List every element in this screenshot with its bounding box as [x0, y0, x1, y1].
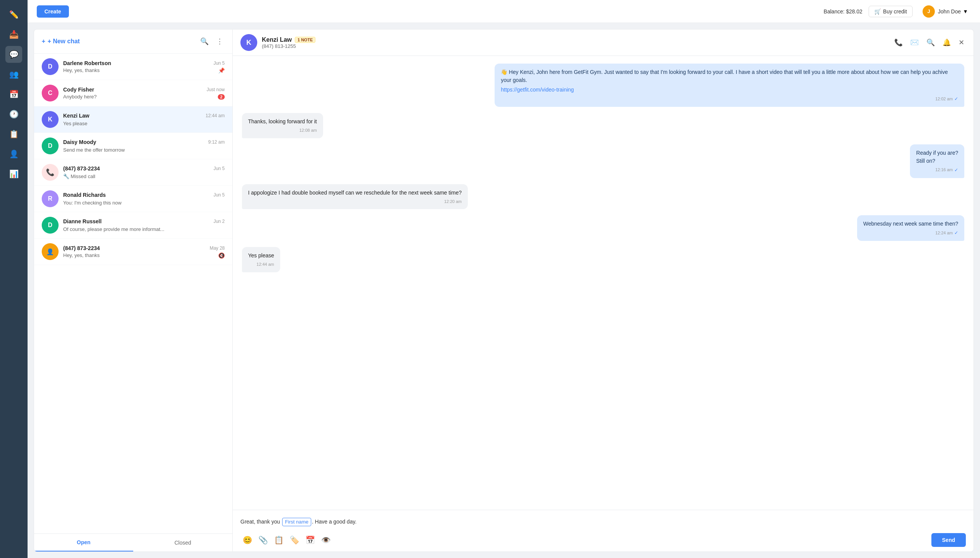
chat-item-kenzi[interactable]: K Kenzi Law 12:44 am Yes please — [34, 107, 232, 133]
chat-time: 9:12 am — [208, 140, 225, 145]
chat-item-phone1[interactable]: 📞 (847) 873-2234 Jun 5 🔧 Missed call — [34, 159, 232, 186]
nav-icon-analytics[interactable]: 📊 — [5, 166, 22, 182]
chat-info-phone2: (847) 873-2234 May 28 Hey, yes, thanks 🔇 — [63, 245, 225, 259]
pin-icon: 📌 — [218, 67, 225, 74]
schedule-button[interactable]: 📅 — [303, 533, 317, 547]
chat-item-cody[interactable]: C Cody Fisher Just now Anybody here? 2 — [34, 80, 232, 107]
cart-icon: 🛒 — [874, 8, 881, 15]
search-conv-button[interactable]: 🔍 — [925, 37, 936, 48]
avatar-ronald: R — [42, 190, 59, 207]
check-icon: ✓ — [954, 95, 958, 102]
app-content: + + New chat 🔍 ⋮ D Darlene Robertson Ju — [28, 23, 980, 558]
message-bubble: I appologize I had double booked myself … — [242, 184, 468, 210]
chat-time: Jun 5 — [214, 61, 225, 66]
avatar-darlene: D — [42, 58, 59, 75]
message-bubble: Webnesday next week same time then? 12:2… — [857, 215, 964, 241]
view-button[interactable]: 👁️ — [319, 533, 333, 547]
conversation-title: Kenzi Law 1 NOTE (847) 813-1255 — [262, 36, 888, 49]
nav-icon-tasks[interactable]: 📋 — [5, 126, 22, 143]
plus-icon: + — [42, 38, 45, 45]
note-badge[interactable]: 1 NOTE — [295, 37, 316, 43]
compose-suffix: . Have a good day. — [312, 519, 357, 525]
tab-open[interactable]: Open — [34, 534, 133, 551]
chat-panel: + + New chat 🔍 ⋮ D Darlene Robertson Ju — [34, 29, 233, 552]
nav-icon-contacts[interactable]: 👥 — [5, 66, 22, 83]
chat-item-daisy[interactable]: D Daisy Moody 9:12 am Send me the offer … — [34, 133, 232, 159]
tab-closed[interactable]: Closed — [133, 534, 232, 551]
mute-icon: 🔇 — [218, 253, 225, 259]
chat-preview: Of course, please provide me more inform… — [63, 226, 164, 232]
message-time: 12:24 am ✓ — [863, 230, 958, 236]
chat-item-darlene[interactable]: D Darlene Robertson Jun 5 Hey, yes, than… — [34, 54, 232, 80]
attachment-button[interactable]: 📎 — [256, 533, 270, 547]
message-bubble: Thanks, looking forward for it 12:08 am — [242, 113, 323, 138]
compose-toolbar: 😊 📎 📋 🏷️ 📅 👁️ Send — [241, 533, 966, 547]
close-conv-button[interactable]: ✕ — [957, 37, 966, 48]
chat-info-dianne: Dianne Russell Jun 2 Of course, please p… — [63, 218, 225, 233]
nav-icon-calendar[interactable]: 📅 — [5, 86, 22, 103]
message-bubble: Yes please 12:44 am — [242, 247, 280, 272]
email-button[interactable]: ✉️ — [909, 37, 920, 48]
avatar-cody: C — [42, 85, 59, 102]
chat-list-actions: 🔍 ⋮ — [199, 36, 225, 47]
compose-text[interactable]: Great, thank you First name. Have a good… — [241, 515, 966, 530]
chevron-down-icon: ▾ — [964, 8, 967, 15]
tag-button[interactable]: 🏷️ — [288, 533, 302, 547]
chat-name: (847) 873-2234 — [63, 166, 100, 172]
phone-call-button[interactable]: 📞 — [893, 37, 904, 48]
nav-icon-chat[interactable]: 💬 — [5, 46, 22, 63]
message-text: Ready if you are?Still on? — [916, 149, 958, 165]
conversation-phone: (847) 813-1255 — [262, 43, 888, 49]
first-name-tag[interactable]: First name — [282, 518, 311, 526]
buy-credit-button[interactable]: 🛒 Buy credit — [869, 6, 913, 17]
user-avatar: J — [923, 5, 935, 18]
chat-time: Jun 5 — [214, 166, 225, 171]
nav-icon-team[interactable]: 👤 — [5, 146, 22, 162]
chat-time: Just now — [207, 87, 225, 92]
chat-item-dianne[interactable]: D Dianne Russell Jun 2 Of course, please… — [34, 212, 232, 239]
compose-area: Great, thank you First name. Have a good… — [233, 510, 973, 551]
conversation-name: Kenzi Law 1 NOTE — [262, 36, 888, 43]
nav-icon-history[interactable]: 🕐 — [5, 106, 22, 123]
chat-name: Cody Fisher — [63, 87, 94, 93]
nav-icon-inbox[interactable]: 📥 — [5, 26, 22, 43]
message-time: 12:44 am — [248, 261, 274, 268]
chat-time: May 28 — [210, 246, 225, 251]
avatar-dianne: D — [42, 217, 59, 234]
message-row: Ready if you are?Still on? 12:16 am ✓ — [242, 144, 964, 178]
message-text: 👋 Hey Kenzi, John here from GetFit Gym. … — [501, 68, 958, 84]
mute-conv-button[interactable]: 🔔 — [941, 37, 952, 48]
new-chat-button[interactable]: + + New chat — [42, 38, 199, 45]
chat-name: Daisy Moody — [63, 139, 96, 145]
user-menu[interactable]: J John Doe ▾ — [919, 3, 971, 20]
chat-info-phone1: (847) 873-2234 Jun 5 🔧 Missed call — [63, 166, 225, 180]
chat-preview: Send me the offer tomorrow — [63, 147, 125, 153]
avatar-kenzi: K — [42, 111, 59, 128]
message-time: 12:08 am — [248, 127, 317, 134]
chat-preview: Hey, yes, thanks — [63, 67, 100, 73]
template-button[interactable]: 📋 — [272, 533, 286, 547]
check-icon: ✓ — [954, 167, 958, 174]
message-link[interactable]: https://getfit.com/video-training — [501, 87, 574, 93]
chat-list: D Darlene Robertson Jun 5 Hey, yes, than… — [34, 54, 232, 533]
chat-info-ronald: Ronald Richards Jun 5 You: I'm checking … — [63, 192, 225, 206]
avatar-daisy: D — [42, 138, 59, 154]
message-row: I appologize I had double booked myself … — [242, 184, 964, 210]
chat-info-darlene: Darlene Robertson Jun 5 Hey, yes, thanks… — [63, 60, 225, 74]
chat-item-ronald[interactable]: R Ronald Richards Jun 5 You: I'm checkin… — [34, 186, 232, 212]
message-time: 12:02 am ✓ — [501, 95, 958, 102]
avatar-phone2: 👤 — [42, 243, 59, 260]
more-options-button[interactable]: ⋮ — [215, 36, 225, 47]
chat-preview: You: I'm checking this now — [63, 200, 121, 206]
send-button[interactable]: Send — [931, 533, 966, 547]
message-row: Thanks, looking forward for it 12:08 am — [242, 113, 964, 138]
search-button[interactable]: 🔍 — [199, 36, 210, 47]
emoji-button[interactable]: 😊 — [241, 533, 255, 547]
create-button[interactable]: Create — [37, 5, 69, 18]
chat-item-phone2[interactable]: 👤 (847) 873-2234 May 28 Hey, yes, thanks… — [34, 239, 232, 265]
chat-name: Ronald Richards — [63, 192, 106, 198]
chat-info-kenzi: Kenzi Law 12:44 am Yes please — [63, 113, 225, 127]
chat-name: Dianne Russell — [63, 218, 101, 225]
main-area: Create Balance: $28.02 🛒 Buy credit J Jo… — [28, 0, 980, 558]
nav-icon-compose[interactable]: ✏️ — [5, 6, 22, 23]
